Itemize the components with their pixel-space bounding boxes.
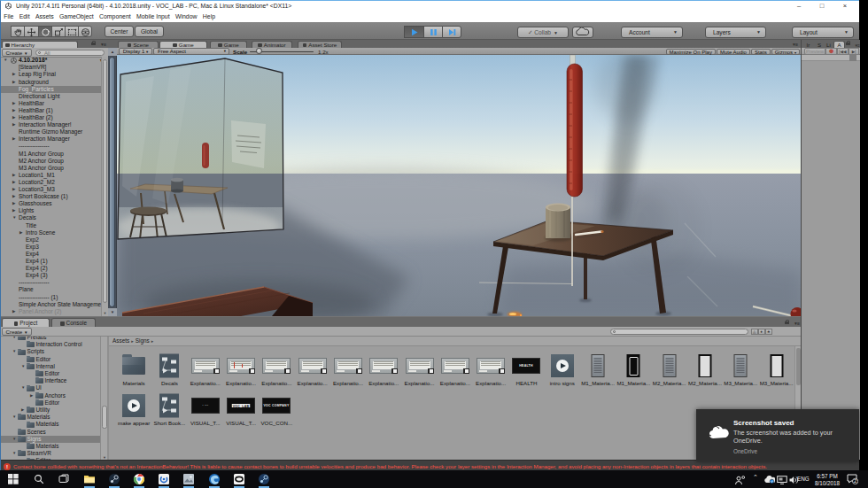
asset-item[interactable]: Short Book... bbox=[151, 394, 187, 431]
hierarchy-item[interactable]: Runtime Gizmo Manager bbox=[1, 128, 107, 136]
search-by-type-icon[interactable]: ◬ bbox=[751, 329, 758, 336]
timeline-scroll-block[interactable] bbox=[849, 55, 856, 61]
search-by-label-icon[interactable]: ♦ bbox=[758, 329, 765, 336]
hierarchy-item[interactable]: Simple Anchor State Management bbox=[1, 301, 107, 308]
first-frame-button[interactable]: |◀◀ bbox=[837, 48, 849, 55]
hierarchy-item[interactable]: Exp4 bbox=[1, 251, 107, 258]
taskbar-app-icon[interactable] bbox=[82, 473, 96, 486]
hierarchy-scene-row[interactable]: ▼ 4.10.2018* ▾≡ bbox=[1, 57, 107, 64]
expand-arrow-icon[interactable]: ▶ bbox=[30, 392, 33, 399]
project-folder-row[interactable]: Materials bbox=[1, 443, 100, 450]
project-folder-row[interactable]: ▼ UI bbox=[1, 384, 100, 391]
close-button[interactable]: × bbox=[834, 1, 856, 12]
hierarchy-item[interactable]: ▶ Location3_M3 bbox=[1, 186, 107, 193]
hierarchy-item[interactable]: Exp4 (2) bbox=[1, 265, 107, 272]
tool-button[interactable] bbox=[11, 26, 24, 37]
bottom-tab[interactable]: Console bbox=[51, 318, 96, 327]
maximize-button[interactable]: □ bbox=[811, 1, 833, 12]
hierarchy-item[interactable]: Exp4 (1) bbox=[1, 258, 107, 265]
menu-item[interactable]: Mobile Input bbox=[134, 12, 173, 22]
game-toolbar-button[interactable]: Gizmos bbox=[771, 49, 800, 56]
hierarchy-item[interactable]: ▶ Interaction Manager bbox=[1, 136, 107, 143]
play-control-button[interactable] bbox=[404, 26, 423, 38]
tool-button[interactable] bbox=[24, 26, 37, 37]
hierarchy-search-input[interactable]: All bbox=[35, 50, 105, 57]
tool-button[interactable] bbox=[51, 26, 65, 37]
scale-slider-knob[interactable] bbox=[256, 48, 262, 54]
expand-arrow-icon[interactable]: ▼ bbox=[12, 450, 16, 457]
hierarchy-item[interactable]: ▶ Location2_M2 bbox=[1, 179, 107, 186]
taskbar-app-icon[interactable] bbox=[232, 473, 245, 486]
expand-arrow-icon[interactable]: ▶ bbox=[12, 100, 16, 107]
expand-arrow-icon[interactable]: ▼ bbox=[4, 57, 8, 64]
project-folder-row[interactable]: ▼ Signs bbox=[1, 436, 100, 443]
project-create-button[interactable]: Create ▼ bbox=[2, 328, 32, 336]
tray-onedrive-icon[interactable] bbox=[763, 476, 775, 484]
expand-arrow-icon[interactable]: ▶ bbox=[12, 186, 16, 193]
asset-item[interactable]: Decals bbox=[151, 354, 187, 391]
expand-arrow-icon[interactable]: ▼ bbox=[21, 363, 25, 370]
layers-button[interactable]: Layers▼ bbox=[705, 27, 766, 38]
hierarchy-item[interactable]: ▶ HealthBar (2) bbox=[1, 114, 107, 121]
expand-arrow-icon[interactable]: ▶ bbox=[12, 179, 16, 186]
tray-language[interactable]: ENG bbox=[797, 470, 810, 488]
tray-display-icon[interactable] bbox=[777, 476, 787, 484]
hierarchy-item[interactable]: ---------------- bbox=[1, 279, 107, 286]
hierarchy-item[interactable]: ▶ Short Bookcase (1) bbox=[1, 193, 107, 200]
notification-icon[interactable]: 2 bbox=[847, 474, 858, 484]
menu-item[interactable]: Window bbox=[173, 12, 200, 22]
menu-item[interactable]: GameObject bbox=[57, 12, 97, 22]
menu-item[interactable]: File bbox=[1, 12, 16, 22]
side-tab[interactable]: Li bbox=[824, 41, 833, 48]
asset-item[interactable]: M1_Materia... bbox=[616, 354, 651, 391]
hierarchy-item[interactable]: ▶ Lights bbox=[1, 207, 107, 214]
expand-arrow-icon[interactable]: ▶ bbox=[12, 308, 16, 315]
asset-item[interactable]: M1_Materia... bbox=[580, 354, 616, 391]
hierarchy-item[interactable]: ▶ Location1_M1 bbox=[1, 172, 107, 179]
expand-arrow-icon[interactable]: ▼ bbox=[12, 348, 16, 355]
favorites-icon[interactable]: ★ bbox=[765, 329, 772, 336]
play-control-button[interactable] bbox=[423, 26, 443, 38]
view-tab[interactable]: Game bbox=[210, 41, 247, 48]
title-bar[interactable]: Unity 2017.4.1f1 Personal (64bit) - 4.10… bbox=[1, 1, 859, 12]
asset-item[interactable]: M3_Materia... bbox=[723, 354, 758, 391]
asset-item[interactable]: Explanatio... bbox=[473, 354, 508, 391]
asset-item[interactable]: intro signs bbox=[545, 354, 580, 391]
expand-arrow-icon[interactable]: ▶ bbox=[12, 107, 16, 114]
asset-item[interactable]: Explanatio... bbox=[366, 354, 401, 391]
hierarchy-item[interactable]: Exp3 bbox=[1, 244, 107, 251]
menu-item[interactable]: Help bbox=[200, 12, 219, 22]
taskbar-app-icon[interactable] bbox=[57, 473, 70, 486]
hierarchy-item[interactable]: ▶ HealthBar (1) bbox=[1, 107, 107, 114]
asset-item[interactable]: Explanatio... bbox=[438, 354, 473, 391]
menu-item[interactable]: Edit bbox=[16, 12, 32, 22]
expand-arrow-icon[interactable]: ▼ bbox=[12, 214, 17, 221]
game-viewport[interactable] bbox=[117, 55, 801, 316]
project-folder-row[interactable]: Scenes bbox=[1, 429, 100, 436]
hierarchy-item[interactable]: Exp2 bbox=[1, 236, 107, 244]
hierarchy-item[interactable]: Exp4 (3) bbox=[1, 272, 107, 279]
view-tab[interactable]: Asset Store bbox=[298, 41, 342, 48]
expand-arrow-icon[interactable]: ▶ bbox=[12, 200, 16, 207]
asset-item[interactable]: Explanatio... bbox=[295, 354, 330, 391]
hierarchy-scrollbar[interactable]: ▼ bbox=[101, 57, 108, 316]
project-search-input[interactable] bbox=[610, 329, 748, 336]
project-folder-row[interactable]: ▶ Anchors bbox=[1, 392, 100, 399]
project-folder-row[interactable]: ▼ Materials bbox=[1, 414, 100, 421]
taskbar-app-icon[interactable] bbox=[107, 473, 120, 486]
breadcrumb-assets[interactable]: Assets bbox=[112, 337, 129, 344]
asset-item[interactable]: M2_Materia... bbox=[652, 354, 687, 391]
project-folder-row[interactable]: Editor bbox=[1, 399, 100, 407]
view-tab[interactable]: Animator bbox=[252, 41, 292, 48]
lock-icon[interactable] bbox=[91, 43, 96, 45]
asset-item[interactable]: Explanatio... bbox=[223, 354, 259, 391]
hierarchy-item[interactable]: M3 Anchor Group bbox=[1, 165, 107, 172]
scroll-up-icon[interactable]: ▲ bbox=[108, 48, 117, 56]
hierarchy-item[interactable]: ▶ Panel Anchor (2) bbox=[1, 308, 107, 315]
hierarchy-item[interactable]: ▶ Intro Scene bbox=[1, 229, 107, 236]
asset-item[interactable]: HEALTH HEALTH bbox=[508, 354, 544, 391]
asset-item[interactable]: Explanatio... bbox=[259, 354, 294, 391]
hierarchy-item[interactable]: M2 Anchor Group bbox=[1, 158, 107, 165]
preview-button[interactable]: Preview bbox=[804, 48, 825, 55]
asset-item[interactable]: VOC_LAB VISUAL_T... bbox=[223, 394, 259, 431]
